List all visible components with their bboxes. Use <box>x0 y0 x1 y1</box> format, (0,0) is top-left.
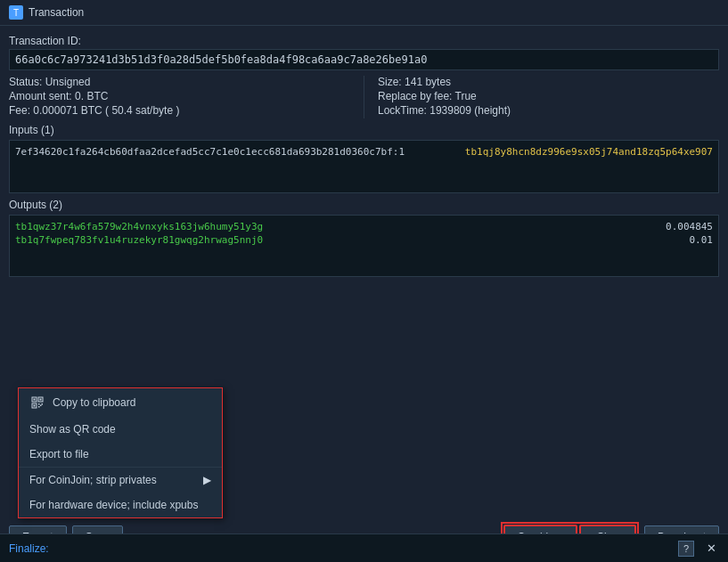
dropdown-show-qr[interactable]: Show as QR code <box>19 417 222 442</box>
qr-small-icon <box>29 395 45 411</box>
amount-item: Amount sent: 0. BTC <box>9 90 350 102</box>
copy-clipboard-label: Copy to clipboard <box>53 396 135 409</box>
txid-label: Transaction ID: <box>9 35 719 47</box>
svg-rect-6 <box>38 403 40 405</box>
status-value: Unsigned <box>45 76 91 88</box>
txid-value: 66a0c6c7a973241d3b51d3f0a28d5def5b0fea8d… <box>9 49 719 70</box>
vertical-divider <box>364 76 364 118</box>
status-label: Status: <box>9 76 42 88</box>
svg-rect-3 <box>34 399 36 401</box>
output-addr-1: tb1q7fwpeq783fv1u4ruzekyr81gwqg2hrwag5nn… <box>15 234 263 246</box>
main-content: Transaction ID: 66a0c6c7a973241d3b51d3f0… <box>0 26 728 561</box>
dropdown-copy-clipboard[interactable]: Copy to clipboard <box>19 388 222 417</box>
status-item: Status: Unsigned <box>9 76 350 88</box>
input-address: tb1qj8y8hcn8dz996e9sx05j74and18zq5p64xe9… <box>465 146 713 158</box>
rbf-item: Replace by fee: True <box>378 90 719 102</box>
fee-item: Fee: 0.000071 BTC ( 50.4 sat/byte ) <box>9 104 350 117</box>
locktime-item: LockTime: 1939809 (height) <box>378 104 719 117</box>
outputs-area: tb1qwz37r4w6fa579w2h4vnxyks163jw6humy51y… <box>9 215 719 277</box>
arrow-right-icon: ▶ <box>203 474 211 486</box>
dropdown-hardware[interactable]: For hardware device; include xpubs <box>19 493 222 517</box>
outputs-label: Outputs (2) <box>9 199 719 211</box>
dropdown-coinjoin[interactable]: For CoinJoin; strip privates ▶ <box>19 468 222 493</box>
output-amount-0: 0.004845 <box>666 221 713 232</box>
hardware-label: For hardware device; include xpubs <box>29 499 198 511</box>
outputs-section: Outputs (2) tb1qwz37r4w6fa579w2h4vnxyks1… <box>9 199 719 277</box>
inputs-label: Inputs (1) <box>9 124 719 136</box>
export-file-label: Export to file <box>29 448 89 460</box>
info-row: Status: Unsigned Amount sent: 0. BTC Fee… <box>9 76 719 118</box>
svg-rect-5 <box>34 405 36 407</box>
amount-label: Amount sent: <box>9 90 72 102</box>
fee-value: 0.000071 BTC ( 50.4 sat/byte ) <box>33 104 179 117</box>
output-amount-1: 0.01 <box>690 234 714 246</box>
fee-label: Fee: <box>9 104 30 117</box>
amount-value: 0. BTC <box>75 90 108 102</box>
svg-rect-8 <box>38 406 40 408</box>
size-value: 141 bytes <box>405 76 451 88</box>
size-label: Size: <box>378 76 402 88</box>
finalize-text: Finalize: <box>9 542 49 555</box>
output-addr-0: tb1qwz37r4w6fa579w2h4vnxyks163jw6humy51y… <box>15 221 263 232</box>
locktime-value: 1939809 (height) <box>429 104 511 117</box>
size-item: Size: 141 bytes <box>378 76 719 88</box>
output-row-1: tb1q7fwpeq783fv1u4ruzekyr81gwqg2hrwag5nn… <box>15 234 713 246</box>
window-title: Transaction <box>29 6 84 19</box>
help-button[interactable]: ? <box>678 541 694 557</box>
coinjoin-label: For CoinJoin; strip privates <box>29 474 157 486</box>
left-info: Status: Unsigned Amount sent: 0. BTC Fee… <box>9 76 350 118</box>
rbf-value: True <box>455 90 477 102</box>
show-qr-label: Show as QR code <box>29 423 116 436</box>
window-icon: T <box>9 5 23 20</box>
close-button[interactable]: ✕ <box>703 541 719 557</box>
title-bar: T Transaction <box>0 0 728 26</box>
txid-section: Transaction ID: 66a0c6c7a973241d3b51d3f0… <box>9 35 719 70</box>
dropdown-export-file[interactable]: Export to file <box>19 442 222 467</box>
rbf-label: Replace by fee: <box>378 90 452 102</box>
svg-rect-9 <box>42 403 44 405</box>
input-txid: 7ef34620c1fa264cb60dfaa2dcefad5cc7c1e0c1… <box>15 146 405 158</box>
locktime-label: LockTime: <box>378 104 427 117</box>
inputs-section: Inputs (1) 7ef34620c1fa264cb60dfaa2dcefa… <box>9 124 719 193</box>
export-dropdown: Copy to clipboard Show as QR code Export… <box>18 387 223 518</box>
right-info: Size: 141 bytes Replace by fee: True Loc… <box>378 76 719 118</box>
inputs-area: 7ef34620c1fa264cb60dfaa2dcefad5cc7c1e0c1… <box>9 140 719 193</box>
svg-rect-4 <box>40 399 42 401</box>
output-row-0: tb1qwz37r4w6fa579w2h4vnxyks163jw6humy51y… <box>15 221 713 232</box>
svg-rect-7 <box>40 405 42 407</box>
overlay-footer: Finalize: ? ✕ <box>0 533 728 562</box>
